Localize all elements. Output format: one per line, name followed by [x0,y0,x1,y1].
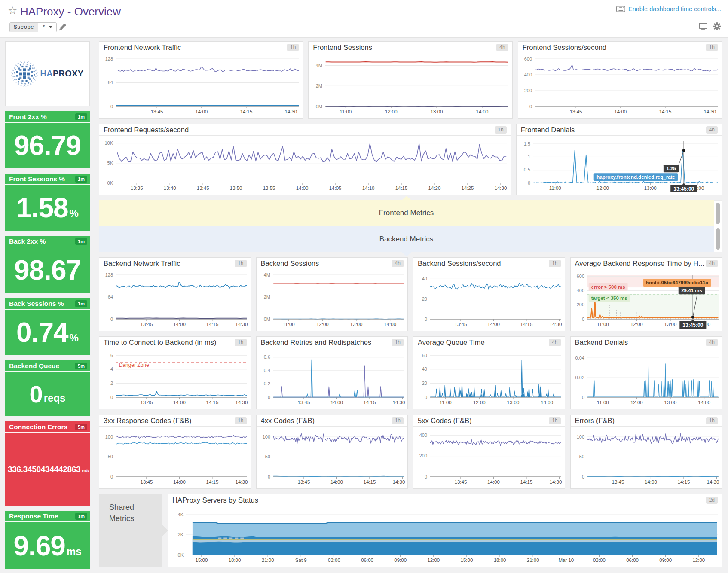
kpi-timeframe-badge: 1m [75,113,87,120]
svg-text:13:55: 13:55 [263,186,275,191]
chart-plot-aqt[interactable]: 020406011:0012:0013:0014:00 [413,348,565,409]
kpi-card-front-sessions-: Front Sessions %1m1.58% [5,174,90,231]
chart-plot-c3xx[interactable]: 05010013:4514:0014:1514:30 [99,427,251,488]
kpi-card-back-sessions-: Back Sessions %1m0.74% [5,298,90,355]
main-grid: Frontend Network Traffic1h06412813:4514:… [99,41,722,569]
kpi-list: Front 2xx %1m96.79Front Sessions %1m1.58… [5,111,90,569]
svg-text:0: 0 [528,180,530,186]
svg-text:6: 6 [110,353,113,358]
chart-timeframe-badge: 4h [549,339,560,346]
chart-plot-bnt[interactable]: 06412813:4514:0014:1514:30 [99,269,251,331]
svg-text:12:00: 12:00 [630,400,642,405]
chart-plot-c4xx[interactable]: 05010013:4514:0014:1514:30 [257,427,408,488]
svg-text:21:00: 21:00 [262,558,274,563]
chart-plot-fsess[interactable]: 0M2M4M11:0012:0013:0014:00 [309,53,512,118]
shared-metrics-card: Shared Metrics [99,494,162,567]
svg-text:14:00: 14:00 [487,479,500,485]
kpi-card-front-2xx-: Front 2xx %1m96.79 [5,111,90,168]
svg-text:14:30: 14:30 [495,186,507,191]
svg-text:13:45:00: 13:45:00 [673,186,694,192]
kpi-timeframe-badge: 5m [75,363,87,369]
svg-text:13:45: 13:45 [151,109,163,114]
svg-text:14:15: 14:15 [206,322,219,327]
svg-text:13:00: 13:00 [664,322,676,327]
kpi-value: 96.79 [14,132,81,159]
svg-text:128: 128 [105,56,113,61]
svg-text:0.4: 0.4 [263,368,270,373]
svg-text:14:00: 14:00 [476,109,489,114]
kpi-label: Front 2xx % [9,113,47,121]
chart-timeframe-badge: 4h [706,339,718,346]
kpi-value: 336.3450434442863 [8,465,80,473]
chart-timeframe-badge: 1h [495,126,506,134]
chart-card-brr: Backend Retries and Redispatches1h00.20.… [256,336,408,409]
band-scrollbar-gutter [714,200,722,252]
svg-text:13:00: 13:00 [644,186,657,191]
chart-title: Errors (F&B) [575,417,615,425]
svg-text:50: 50 [265,454,270,459]
chart-title: Frontend Denials [521,126,575,134]
svg-text:100: 100 [576,434,584,439]
chart-plot-fden[interactable]: 00.511.511:0012:0013:0014:001.25haproxy.… [517,136,722,195]
svg-text:15:00: 15:00 [461,558,473,563]
chart-title: Backend Network Traffic [104,259,180,268]
chart-title: 5xx Codes (F&B) [418,417,472,425]
chart-plot-ttc[interactable]: 024613:4514:0014:1514:30Danger Zone [99,348,251,409]
svg-text:13:45: 13:45 [297,479,310,485]
svg-text:14:00: 14:00 [541,400,553,405]
svg-text:13:45: 13:45 [455,479,467,485]
kpi-timeframe-badge: 1m [75,300,87,307]
chart-timeframe-badge: 4h [496,44,508,51]
svg-text:400: 400 [419,433,427,438]
chart-plot-abrt[interactable]: 020040060011:0012:0013:0014:00error > 50… [571,269,722,331]
chart-plot-bsess[interactable]: 0M2M4M11:0012:0013:0014:00 [257,269,408,331]
svg-text:14:30: 14:30 [236,322,248,327]
fullscreen-monitor-icon[interactable] [699,23,707,30]
svg-text:0: 0 [529,104,532,109]
svg-text:0: 0 [425,474,427,479]
chart-plot-fnt[interactable]: 06412813:4514:0014:1514:30 [99,53,303,118]
chart-plot-srv[interactable]: 0K2K4K15:0018:0021:00Sat 903:0006:0009:0… [168,506,722,567]
svg-text:14:25: 14:25 [462,186,474,191]
svg-text:target < 350 ms: target < 350 ms [591,296,627,301]
enable-time-controls-link[interactable]: Enable dashboard time controls... [616,6,721,12]
svg-text:14:00: 14:00 [296,186,309,191]
scrollbar-thumb[interactable] [716,203,720,224]
svg-text:2M: 2M [316,83,322,88]
chart-card-ttc: Time to Connect to Backend (in ms)1h0246… [99,336,251,409]
keyboard-icon [616,6,625,12]
svg-text:64: 64 [108,294,113,299]
kpi-unit: err/s [82,469,89,473]
chart-plot-fsps[interactable]: 020040060013:4514:0014:1514:30 [518,53,722,118]
kpi-timeframe-badge: 1m [75,238,87,245]
chart-title: Backend Sessions [261,259,319,268]
chart-plot-cerr[interactable]: 05010013:4514:0014:1514:30 [571,427,722,488]
svg-text:0.04: 0.04 [575,355,584,360]
chart-card-fsess: Frontend Sessions4h0M2M4M11:0012:0013:00… [308,41,512,119]
chart-timeframe-badge: 1h [392,339,404,346]
svg-text:14:30: 14:30 [236,479,248,485]
chart-plot-bden[interactable]: 00.020.0411:0012:0013:0014:00 [571,348,722,409]
chart-plot-c5xx[interactable]: 020040013:4514:0014:1514:30 [413,427,565,488]
chart-title: Frontend Sessions [313,43,372,52]
svg-text:100: 100 [105,434,113,439]
svg-text:14:20: 14:20 [428,186,441,191]
svg-text:11:00: 11:00 [596,322,609,327]
kpi-unit: % [70,207,79,222]
svg-text:13:35: 13:35 [131,186,143,191]
edit-pencil-icon[interactable] [59,24,66,33]
svg-text:13:00: 13:00 [350,322,362,327]
chart-title: Backend Retries and Redispatches [261,338,372,347]
favorite-star-icon[interactable]: ☆ [8,4,17,17]
chart-plot-bsps[interactable]: 0204013:4514:0014:1514:30 [413,269,565,331]
haproxy-logo: HAPROXY [5,41,90,106]
scope-variable-value[interactable]: * [38,23,56,32]
svg-text:Mar 10: Mar 10 [558,558,574,563]
settings-gear-icon[interactable] [713,22,721,30]
scope-template-variable[interactable]: $scope * [9,22,57,32]
svg-text:14:00: 14:00 [330,479,343,485]
svg-text:14:30: 14:30 [284,109,297,114]
chart-plot-brr[interactable]: 00.20.40.613:4514:0014:1514:30 [257,348,408,409]
scrollbar-thumb[interactable] [716,228,720,250]
chart-plot-frps[interactable]: 0K5K10K13:3513:4013:4513:5013:5514:0014:… [99,136,511,195]
